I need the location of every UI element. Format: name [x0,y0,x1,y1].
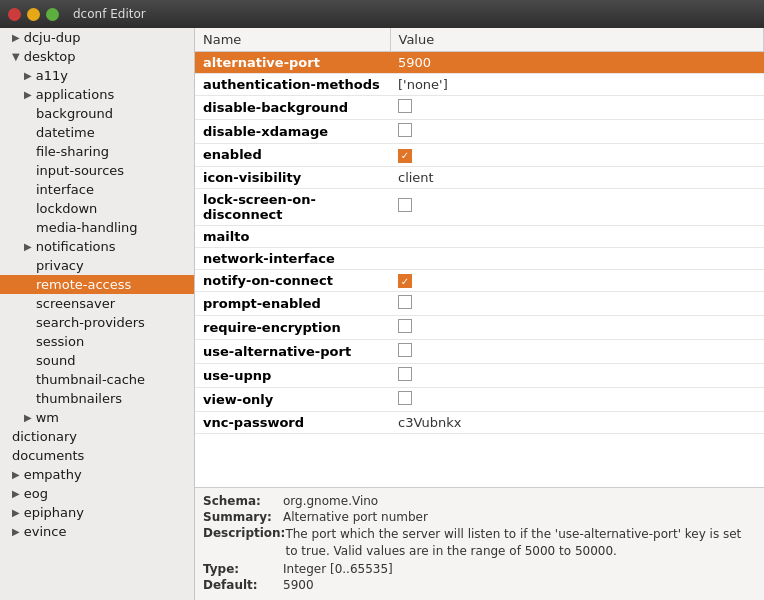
sidebar-item-applications[interactable]: ▶ applications [0,85,194,104]
sidebar-item-media-handling[interactable]: media-handling [0,218,194,237]
sidebar-item-dictionary[interactable]: dictionary [0,427,194,446]
close-button[interactable] [8,8,21,21]
sidebar-item-lockdown[interactable]: lockdown [0,199,194,218]
sidebar-item-label: input-sources [36,163,124,178]
table-row[interactable]: prompt-enabled [195,292,764,316]
table-row[interactable]: use-alternative-port [195,340,764,364]
checkbox-icon[interactable] [398,367,412,381]
description-label: Description: [203,526,285,560]
table-row[interactable]: enabled✓ [195,144,764,167]
sidebar-item-eog[interactable]: ▶ eog [0,484,194,503]
checkbox-icon[interactable] [398,391,412,405]
sidebar-item-search-providers[interactable]: search-providers [0,313,194,332]
arrow-icon: ▶ [24,412,32,423]
table-row[interactable]: notify-on-connect✓ [195,269,764,292]
sidebar-item-label: evince [24,524,67,539]
titlebar: dconf Editor [0,0,764,28]
sidebar-item-wm[interactable]: ▶ wm [0,408,194,427]
sidebar-item-label: file-sharing [36,144,109,159]
sidebar-item-label: thumbnail-cache [36,372,145,387]
sidebar-item-label: media-handling [36,220,138,235]
description-value: The port which the server will listen to… [285,526,756,560]
key-cell: mailto [195,225,390,247]
table-row[interactable]: view-only [195,388,764,412]
sidebar-item-screensaver[interactable]: screensaver [0,294,194,313]
checkbox-icon[interactable] [398,198,412,212]
key-cell: notify-on-connect [195,269,390,292]
checkbox-icon[interactable] [398,123,412,137]
sidebar-item-interface[interactable]: interface [0,180,194,199]
sidebar-item-label: screensaver [36,296,115,311]
arrow-icon: ▶ [24,241,32,252]
key-cell: use-upnp [195,364,390,388]
checkbox-icon[interactable]: ✓ [398,149,412,163]
sidebar-item-epiphany[interactable]: ▶ epiphany [0,503,194,522]
settings-table: Name Value alternative-port5900authentic… [195,28,764,487]
sidebar-item-label: session [36,334,84,349]
checkbox-icon[interactable] [398,343,412,357]
table-row[interactable]: mailto [195,225,764,247]
sidebar-item-file-sharing[interactable]: file-sharing [0,142,194,161]
table-row[interactable]: disable-background [195,96,764,120]
key-cell: disable-xdamage [195,120,390,144]
sidebar-item-label: empathy [24,467,82,482]
sidebar-item-evince[interactable]: ▶ evince [0,522,194,541]
sidebar-item-label: a11y [36,68,68,83]
sidebar-item-empathy[interactable]: ▶ empathy [0,465,194,484]
sidebar-item-label: desktop [24,49,76,64]
maximize-button[interactable] [46,8,59,21]
key-cell: icon-visibility [195,166,390,188]
key-cell: enabled [195,144,390,167]
value-cell [390,225,764,247]
checkbox-icon[interactable] [398,99,412,113]
default-label: Default: [203,578,283,592]
sidebar-item-session[interactable]: session [0,332,194,351]
checkbox-icon[interactable] [398,319,412,333]
sidebar-item-dcju-dup[interactable]: ▶ dcju-dup [0,28,194,47]
sidebar-item-label: dcju-dup [24,30,81,45]
sidebar-item-label: lockdown [36,201,97,216]
key-cell: authentication-methods [195,74,390,96]
sidebar-item-label: search-providers [36,315,145,330]
sidebar-item-thumbnailers[interactable]: thumbnailers [0,389,194,408]
sidebar-item-desktop[interactable]: ▼ desktop [0,47,194,66]
key-cell: alternative-port [195,52,390,74]
sidebar-item-a11y[interactable]: ▶ a11y [0,66,194,85]
value-cell [390,188,764,225]
table-row[interactable]: lock-screen-on-disconnect [195,188,764,225]
main-container: ▶ dcju-dup ▼ desktop ▶ a11y ▶ applicatio… [0,28,764,600]
sidebar-item-remote-access[interactable]: remote-access [0,275,194,294]
checkbox-icon[interactable] [398,295,412,309]
table-row[interactable]: require-encryption [195,316,764,340]
value-cell [390,247,764,269]
minimize-button[interactable] [27,8,40,21]
key-cell: network-interface [195,247,390,269]
table-row[interactable]: use-upnp [195,364,764,388]
value-cell [390,292,764,316]
value-cell [390,316,764,340]
sidebar-item-thumbnail-cache[interactable]: thumbnail-cache [0,370,194,389]
value-cell [390,120,764,144]
schema-row: Schema: org.gnome.Vino [203,494,756,508]
value-cell: ✓ [390,269,764,292]
table-row[interactable]: network-interface [195,247,764,269]
sidebar-item-sound[interactable]: sound [0,351,194,370]
sidebar-item-notifications[interactable]: ▶ notifications [0,237,194,256]
table-row[interactable]: alternative-port5900 [195,52,764,74]
value-cell [390,96,764,120]
sidebar-item-datetime[interactable]: datetime [0,123,194,142]
sidebar-item-input-sources[interactable]: input-sources [0,161,194,180]
table-row[interactable]: vnc-passwordc3Vubnkx [195,412,764,434]
table-row[interactable]: icon-visibilityclient [195,166,764,188]
value-cell: c3Vubnkx [390,412,764,434]
checkbox-icon[interactable]: ✓ [398,274,412,288]
table-row[interactable]: authentication-methods['none'] [195,74,764,96]
sidebar-item-label: eog [24,486,48,501]
sidebar-item-documents[interactable]: documents [0,446,194,465]
arrow-icon: ▶ [12,488,20,499]
key-cell: disable-background [195,96,390,120]
sidebar-item-background[interactable]: background [0,104,194,123]
sidebar-item-privacy[interactable]: privacy [0,256,194,275]
value-cell: 5900 [390,52,764,74]
table-row[interactable]: disable-xdamage [195,120,764,144]
